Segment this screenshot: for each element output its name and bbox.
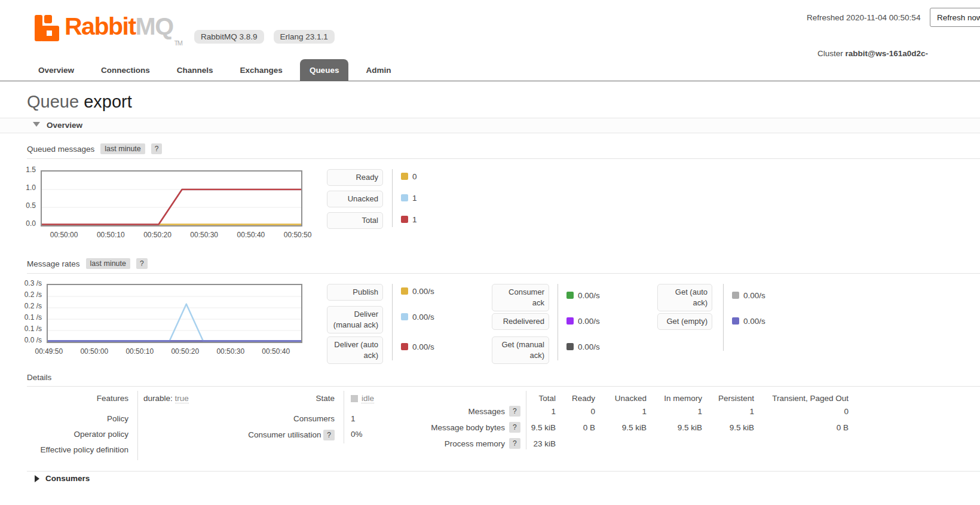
message-rates-chart-canvas bbox=[47, 284, 302, 343]
overview-section-header[interactable]: Overview bbox=[0, 118, 980, 133]
version-badges: RabbitMQ 3.8.9 Erlang 23.1.1 bbox=[194, 30, 335, 44]
details-divider bbox=[344, 391, 344, 443]
legend-get-auto-ack[interactable]: Get (auto ack) bbox=[657, 284, 712, 311]
queued-messages-header: Queued messages last minute ? bbox=[27, 143, 980, 159]
y-axis-tick-label: 0.1 /s bbox=[6, 325, 42, 333]
help-icon[interactable]: ? bbox=[323, 430, 335, 440]
legend-redelivered[interactable]: Redelivered bbox=[492, 313, 549, 330]
x-axis-tick-label: 00:50:10 bbox=[118, 347, 161, 356]
time-range-badge[interactable]: last minute bbox=[100, 143, 145, 154]
consumer-utilisation-label: Consumer utilisation ? bbox=[197, 430, 335, 440]
time-range-badge[interactable]: last minute bbox=[86, 258, 130, 269]
refresh-now-button[interactable]: Refresh now bbox=[930, 8, 980, 27]
cluster-info: Cluster rabbit@ws-161a0d2c- bbox=[817, 49, 928, 58]
tab-queues[interactable]: Queues bbox=[300, 59, 349, 81]
page-title: Queue export bbox=[27, 91, 132, 112]
rabbitmq-wordmark: RabbitMQTM bbox=[65, 14, 182, 47]
refreshed-timestamp: Refreshed 2020-11-04 00:50:54 bbox=[807, 13, 920, 22]
consumers-section-header[interactable]: Consumers bbox=[45, 474, 90, 483]
details-title: Details bbox=[27, 373, 51, 382]
consumer-ack-color-swatch bbox=[566, 292, 574, 299]
help-icon[interactable]: ? bbox=[136, 258, 148, 269]
redelivered-rate-value: 0.00/s bbox=[578, 317, 600, 326]
column-header-in-memory: In memory bbox=[648, 394, 702, 403]
process-memory-row-label: Process memory bbox=[394, 439, 505, 448]
y-axis-tick-label: 0.0 bbox=[0, 219, 36, 228]
consumer-utilisation-value: 0% bbox=[351, 430, 363, 439]
series-unacked bbox=[42, 189, 301, 225]
main-nav-tabs: Overview Connections Channels Exchanges … bbox=[0, 59, 980, 81]
legend-divider bbox=[723, 284, 724, 351]
ready-color-swatch bbox=[401, 173, 408, 180]
messages-total: 1 bbox=[508, 407, 556, 416]
get-manual-ack-color-swatch bbox=[566, 343, 574, 350]
queued-messages-chart: 1.51.00.50.000:50:0000:50:1000:50:2000:5… bbox=[41, 170, 302, 227]
queue-name: export bbox=[84, 92, 132, 111]
queued-messages-chart-canvas bbox=[41, 170, 302, 227]
rabbitmq-logo-icon bbox=[35, 14, 60, 42]
x-axis-tick-label: 00:50:40 bbox=[229, 231, 272, 239]
x-axis-tick-label: 00:49:50 bbox=[27, 347, 71, 356]
consumers-value: 1 bbox=[351, 414, 356, 423]
legend-deliver-auto-ack[interactable]: Deliver (auto ack) bbox=[327, 336, 383, 364]
tab-exchanges[interactable]: Exchanges bbox=[231, 59, 292, 81]
tab-overview[interactable]: Overview bbox=[29, 59, 84, 81]
x-axis-tick-label: 00:50:00 bbox=[42, 231, 85, 239]
tab-channels[interactable]: Channels bbox=[167, 59, 223, 81]
help-icon[interactable]: ? bbox=[151, 143, 163, 154]
cluster-name: rabbit@ws-161a0d2c- bbox=[846, 49, 928, 58]
legend-deliver-manual-ack[interactable]: Deliver (manual ack) bbox=[327, 306, 383, 333]
legend-divider bbox=[558, 284, 558, 360]
messages-persistent: 1 bbox=[700, 407, 754, 416]
page-title-prefix: Queue bbox=[27, 92, 79, 111]
body-bytes-transient-paged-out: 0 B bbox=[759, 423, 849, 432]
get-manual-ack-rate-value: 0.00/s bbox=[578, 342, 600, 351]
queued-messages-title: Queued messages bbox=[27, 145, 94, 154]
total-value: 1 bbox=[412, 215, 417, 224]
y-axis-tick-label: 0.2 /s bbox=[6, 290, 42, 299]
messages-ready: 0 bbox=[553, 407, 595, 416]
column-header-persistent: Persistent bbox=[700, 394, 754, 403]
y-axis-tick-label: 1.5 bbox=[0, 166, 36, 174]
legend-divider bbox=[392, 169, 393, 227]
legend-consumer-ack[interactable]: Consumer ack bbox=[492, 284, 549, 311]
series-deliver-manual-ack- bbox=[48, 304, 301, 341]
legend-get-empty[interactable]: Get (empty) bbox=[657, 313, 712, 330]
state-label: State bbox=[197, 394, 335, 403]
rabbitmq-queue-page: RabbitMQTM RabbitMQ 3.8.9 Erlang 23.1.1 … bbox=[0, 0, 980, 505]
expand-arrow-icon bbox=[35, 475, 39, 482]
legend-total[interactable]: Total bbox=[327, 212, 383, 229]
legend-unacked[interactable]: Unacked bbox=[327, 191, 383, 207]
publish-rate-value: 0.00/s bbox=[412, 287, 434, 296]
x-axis-tick-label: 00:50:30 bbox=[209, 347, 252, 356]
erlang-version-badge: Erlang 23.1.1 bbox=[274, 30, 335, 44]
unacked-value: 1 bbox=[412, 194, 417, 203]
series-total bbox=[42, 189, 301, 225]
body-bytes-in-memory: 9.5 kiB bbox=[648, 423, 702, 432]
message-rates-title: Message rates bbox=[27, 259, 80, 268]
publish-color-swatch bbox=[401, 287, 408, 295]
messages-unacked: 1 bbox=[599, 407, 647, 416]
legend-publish[interactable]: Publish bbox=[327, 284, 383, 301]
body-bytes-persistent: 9.5 kiB bbox=[700, 423, 754, 432]
legend-ready[interactable]: Ready bbox=[327, 169, 383, 186]
tab-admin[interactable]: Admin bbox=[356, 59, 400, 81]
details-divider bbox=[137, 391, 138, 460]
x-axis-tick-label: 00:50:10 bbox=[89, 231, 132, 239]
y-axis-tick-label: 0.5 bbox=[0, 201, 36, 210]
get-auto-ack-color-swatch bbox=[732, 292, 739, 299]
consumers-label: Consumers bbox=[197, 414, 335, 423]
y-axis-tick-label: 0.2 /s bbox=[6, 302, 42, 310]
legend-get-manual-ack[interactable]: Get (manual ack) bbox=[492, 336, 549, 364]
deliver-auto-ack-rate-value: 0.00/s bbox=[412, 342, 434, 351]
body-bytes-unacked: 9.5 kiB bbox=[599, 423, 647, 432]
overview-section-title: Overview bbox=[47, 121, 82, 130]
deliver-manual-ack-color-swatch bbox=[401, 313, 408, 320]
rabbitmq-logo[interactable]: RabbitMQTM bbox=[35, 14, 182, 47]
message-rates-header: Message rates last minute ? bbox=[27, 258, 980, 274]
rabbitmq-version-badge: RabbitMQ 3.8.9 bbox=[194, 30, 264, 44]
x-axis-tick-label: 00:50:00 bbox=[73, 347, 116, 356]
tab-connections[interactable]: Connections bbox=[91, 59, 160, 81]
x-axis-tick-label: 00:50:30 bbox=[183, 231, 226, 239]
column-header-transient-paged-out: Transient, Paged Out bbox=[759, 394, 849, 403]
